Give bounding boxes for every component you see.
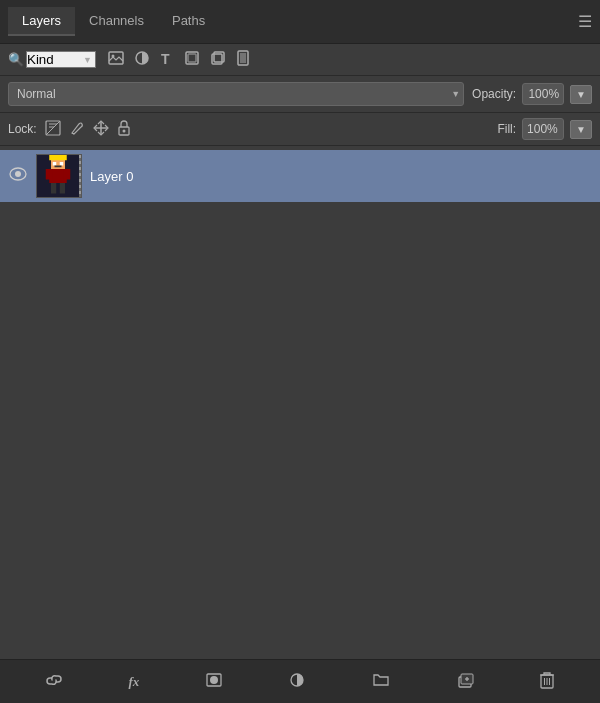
fill-input[interactable] — [522, 118, 564, 140]
kind-select-wrapper[interactable]: 🔍 Kind Name Effect Mode Attribute Color … — [8, 51, 96, 68]
layer-visibility-toggle[interactable] — [8, 167, 28, 185]
svg-rect-30 — [60, 155, 64, 159]
svg-rect-29 — [53, 155, 57, 159]
svg-point-20 — [15, 171, 21, 177]
opacity-input[interactable] — [522, 83, 564, 105]
shape-filter-icon[interactable] — [184, 50, 200, 69]
blend-mode-select[interactable]: Normal Dissolve Multiply Screen Overlay — [8, 82, 464, 106]
type-filter-icon[interactable]: T — [160, 50, 174, 69]
opacity-dropdown-arrow[interactable]: ▼ — [570, 85, 592, 104]
image-filter-icon[interactable] — [108, 51, 124, 68]
lock-position-icon[interactable] — [93, 120, 109, 139]
tab-bar: Layers Channels Paths ☰ — [0, 0, 600, 44]
svg-rect-33 — [55, 166, 62, 168]
svg-line-14 — [72, 133, 74, 134]
opacity-label: Opacity: — [472, 87, 516, 101]
adjustment-filter-icon[interactable] — [134, 50, 150, 69]
layers-list: Layer 0 — [0, 146, 600, 659]
blend-mode-wrapper[interactable]: Normal Dissolve Multiply Screen Overlay … — [8, 82, 464, 106]
svg-rect-27 — [60, 183, 65, 194]
lock-all-icon[interactable] — [117, 120, 131, 139]
svg-rect-26 — [51, 183, 56, 194]
svg-rect-28 — [49, 155, 67, 160]
blend-row: Normal Dissolve Multiply Screen Overlay … — [0, 76, 600, 113]
lock-transparent-icon[interactable] — [45, 120, 61, 139]
fill-dropdown-arrow[interactable]: ▼ — [570, 120, 592, 139]
lock-row: Lock: — [0, 113, 600, 146]
filter-icons: T — [108, 50, 250, 69]
new-fill-adjustment-icon[interactable] — [284, 668, 310, 696]
add-mask-icon[interactable] — [201, 668, 227, 696]
layer-name: Layer 0 — [90, 169, 133, 184]
svg-rect-32 — [60, 162, 64, 166]
svg-rect-9 — [240, 53, 246, 63]
svg-rect-25 — [63, 169, 70, 180]
add-effect-icon[interactable]: fx — [124, 670, 143, 694]
filter-row: 🔍 Kind Name Effect Mode Attribute Color … — [0, 44, 600, 76]
color-filter-icon[interactable] — [236, 50, 250, 69]
svg-point-18 — [122, 129, 125, 132]
lock-image-icon[interactable] — [69, 120, 85, 139]
svg-text:T: T — [161, 51, 170, 66]
svg-rect-5 — [188, 54, 196, 62]
kind-select[interactable]: Kind Name Effect Mode Attribute Color — [26, 51, 96, 68]
lock-label: Lock: — [8, 122, 37, 136]
layer-thumbnail — [36, 154, 82, 198]
panel-menu-icon[interactable]: ☰ — [578, 12, 592, 31]
svg-rect-0 — [109, 52, 123, 64]
svg-rect-31 — [53, 162, 57, 166]
delete-layer-icon[interactable] — [535, 667, 559, 697]
search-icon: 🔍 — [8, 52, 24, 67]
bottom-toolbar: fx — [0, 659, 600, 703]
tab-channels[interactable]: Channels — [75, 7, 158, 36]
layers-panel: Layers Channels Paths ☰ 🔍 Kind Name Effe… — [0, 0, 600, 703]
svg-point-35 — [210, 676, 218, 684]
svg-line-11 — [46, 121, 60, 135]
new-layer-icon[interactable] — [452, 668, 478, 696]
svg-rect-24 — [46, 169, 53, 180]
smart-object-filter-icon[interactable] — [210, 50, 226, 69]
layer-item[interactable]: Layer 0 — [0, 150, 600, 202]
tab-paths[interactable]: Paths — [158, 7, 219, 36]
fx-label: fx — [128, 674, 139, 689]
new-group-icon[interactable] — [368, 668, 394, 696]
lock-icons — [45, 120, 131, 139]
fill-group: Fill: ▼ — [497, 118, 592, 140]
link-layers-icon[interactable] — [41, 668, 67, 696]
tab-layers[interactable]: Layers — [8, 7, 75, 36]
opacity-group: Opacity: ▼ — [472, 83, 592, 105]
fill-label: Fill: — [497, 122, 516, 136]
